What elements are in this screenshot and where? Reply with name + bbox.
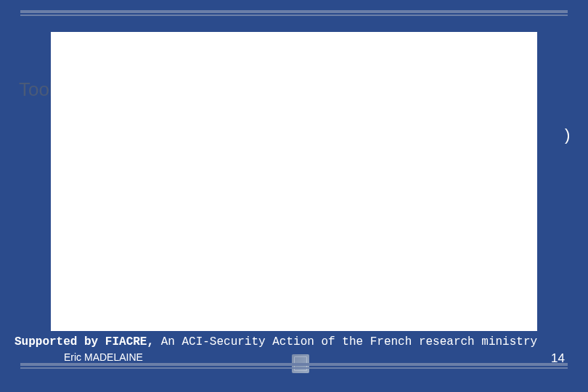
support-bold-text: Supported by FIACRE,	[15, 335, 154, 348]
support-rest-text: An ACI-Security Action of the French res…	[154, 335, 537, 348]
bottom-border-thin	[20, 367, 568, 369]
support-credit: Supported by FIACRE, An ACI-Security Act…	[15, 335, 537, 348]
top-border-thick	[20, 10, 568, 13]
content-area	[51, 32, 537, 331]
author-name: Eric MADELAINE	[64, 351, 143, 363]
top-border-thin	[20, 15, 568, 16]
bottom-border-thick	[20, 363, 568, 366]
stray-text: )	[565, 126, 570, 144]
